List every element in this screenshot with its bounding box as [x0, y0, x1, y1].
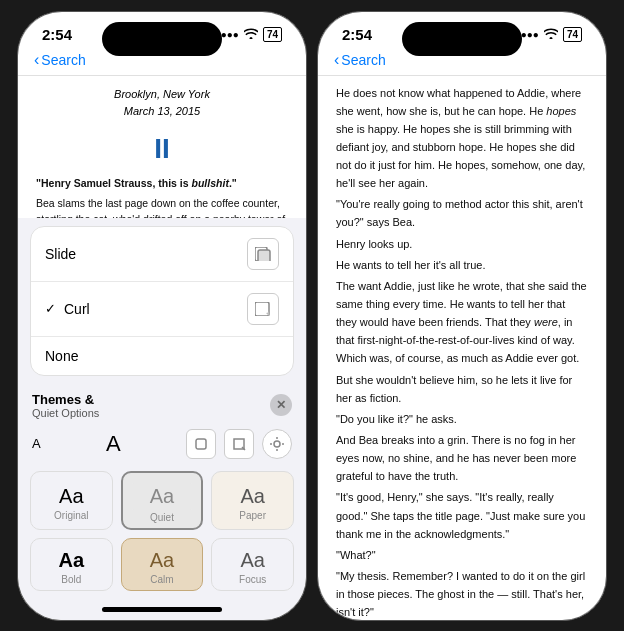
font-tool-1[interactable] — [186, 429, 216, 459]
chapter-number: II — [36, 127, 288, 172]
svg-rect-3 — [196, 439, 206, 449]
themes-subtitle: Quiet Options — [32, 407, 99, 419]
brightness-button[interactable] — [262, 429, 292, 459]
slide-item-label-curl: Curl — [64, 301, 90, 317]
font-size-row: A A — [18, 423, 306, 465]
themes-grid: Aa Original Aa Quiet Aa Paper Aa Bold — [18, 465, 306, 601]
dynamic-island-right — [402, 22, 522, 56]
status-icons-left: ●●● 74 — [221, 27, 282, 42]
theme-original-aa: Aa — [59, 485, 83, 508]
wifi-icon — [244, 28, 258, 41]
theme-bold-aa: Aa — [59, 549, 85, 572]
font-tool-2[interactable] — [224, 429, 254, 459]
font-tools — [186, 429, 292, 459]
themes-title: Themes & — [32, 392, 94, 407]
slide-icon-slide — [247, 238, 279, 270]
right-phone: 2:54 ●●● 74 ‹ Search He does — [317, 11, 607, 621]
book-location: Brooklyn, New York March 13, 2015 — [36, 86, 288, 121]
bottom-panel: Slide ✓ Curl — [18, 218, 306, 620]
battery-icon-right: 74 — [563, 27, 582, 42]
slide-item-none[interactable]: None — [31, 337, 293, 375]
signal-icon-right: ●●● — [521, 29, 539, 40]
font-large[interactable]: A — [106, 431, 121, 457]
themes-header: Themes & Quiet Options ✕ — [18, 384, 306, 423]
theme-quiet-aa: Aa — [129, 483, 196, 510]
theme-original[interactable]: Aa Original — [30, 471, 113, 530]
theme-bold-label: Bold — [61, 574, 81, 585]
slide-menu: Slide ✓ Curl — [30, 226, 294, 376]
font-small[interactable]: A — [32, 436, 41, 451]
slide-item-label-none: None — [45, 348, 78, 364]
theme-paper-label: Paper — [239, 510, 266, 521]
slide-item-label-slide: Slide — [45, 246, 76, 262]
reading-content: He does not know what happened to Addie,… — [318, 76, 606, 620]
theme-paper[interactable]: Aa Paper — [211, 471, 294, 530]
svg-point-4 — [274, 441, 280, 447]
theme-quiet[interactable]: Aa Quiet — [121, 471, 204, 530]
signal-icon: ●●● — [221, 29, 239, 40]
svg-rect-1 — [258, 250, 270, 261]
theme-calm[interactable]: Aa Calm — [121, 538, 204, 591]
theme-focus-label: Focus — [239, 574, 266, 585]
slide-item-curl[interactable]: ✓ Curl — [31, 282, 293, 337]
theme-focus-aa: Aa — [240, 549, 264, 572]
back-label-right: Search — [341, 52, 385, 68]
theme-calm-label: Calm — [150, 574, 173, 585]
dynamic-island — [102, 22, 222, 56]
time-right: 2:54 — [342, 26, 372, 43]
wifi-icon-right — [544, 28, 558, 41]
back-button-left[interactable]: ‹ Search — [34, 51, 86, 69]
back-chevron-right: ‹ — [334, 51, 339, 69]
status-icons-right: ●●● 74 — [521, 27, 582, 42]
slide-icon-curl — [247, 293, 279, 325]
back-label-left: Search — [41, 52, 85, 68]
left-phone: 2:54 ●●● 74 ‹ Search — [17, 11, 307, 621]
theme-original-label: Original — [54, 510, 88, 521]
battery-icon: 74 — [263, 27, 282, 42]
back-chevron-left: ‹ — [34, 51, 39, 69]
theme-bold[interactable]: Aa Bold — [30, 538, 113, 591]
slide-item-slide[interactable]: Slide — [31, 227, 293, 282]
close-button[interactable]: ✕ — [270, 394, 292, 416]
theme-quiet-label: Quiet — [150, 512, 174, 523]
home-indicator-left — [102, 607, 222, 612]
back-button-right[interactable]: ‹ Search — [334, 51, 386, 69]
phones-container: 2:54 ●●● 74 ‹ Search — [17, 11, 607, 621]
theme-paper-aa: Aa — [240, 485, 264, 508]
theme-calm-aa: Aa — [150, 549, 174, 572]
theme-focus[interactable]: Aa Focus — [211, 538, 294, 591]
check-mark-curl: ✓ — [45, 301, 56, 316]
time-left: 2:54 — [42, 26, 72, 43]
